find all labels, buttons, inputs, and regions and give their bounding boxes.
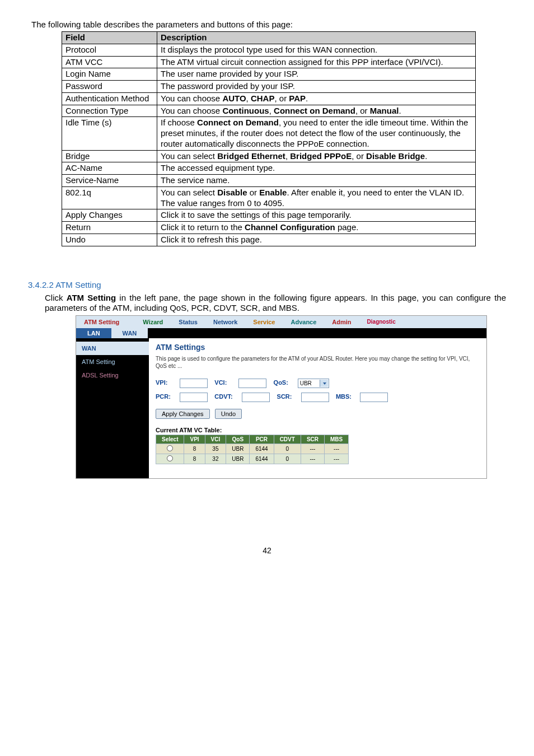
vc-th: SCR — [301, 435, 324, 444]
desc-cell: You can select Bridged Ethernet, Bridged… — [157, 150, 476, 162]
nav-item[interactable]: Service — [245, 319, 283, 325]
section-paragraph: Click ATM Setting in the left pane, the … — [45, 293, 506, 313]
desc-cell: The user name provided by your ISP. — [157, 68, 476, 81]
field-cell: Login Name — [62, 68, 157, 81]
vc-cell: --- — [301, 454, 324, 464]
desc-cell: You can choose Continuous, Connect on De… — [157, 105, 476, 117]
input-vci[interactable] — [238, 379, 266, 388]
field-cell: Undo — [62, 234, 157, 246]
vc-cell: UBR — [226, 444, 250, 454]
nav-item[interactable]: Diagnostic — [359, 319, 404, 325]
vc-cell: --- — [301, 444, 324, 454]
desc-cell: Click it to return to the Channel Config… — [157, 222, 476, 234]
vc-cell: UBR — [226, 454, 250, 464]
desc-cell: You can choose AUTO, CHAP, or PAP. — [157, 92, 476, 105]
vc-th: VCI — [205, 435, 226, 444]
vc-th: QoS — [226, 435, 250, 444]
field-cell: Authentication Method — [62, 92, 157, 105]
intro-text: The following table describes the parame… — [31, 20, 506, 29]
th-desc: Description — [157, 32, 476, 44]
panel-note: This page is used to configure the param… — [156, 355, 480, 370]
vc-table-title: Current ATM VC Table: — [156, 427, 480, 433]
page-number: 42 — [28, 546, 506, 555]
side-menu: WAN ATM Setting ADSL Setting — [76, 338, 149, 478]
vc-th: PCR — [250, 435, 274, 444]
field-cell: Service-Name — [62, 175, 157, 187]
vc-cell: --- — [325, 444, 349, 454]
desc-cell: The accessed equipment type. — [157, 162, 476, 175]
field-cell: Connection Type — [62, 105, 157, 117]
field-cell: ATM VCC — [62, 56, 157, 68]
field-cell: 802.1q — [62, 186, 157, 209]
sidebar-item-adsl-setting[interactable]: ADSL Setting — [76, 368, 149, 382]
vc-th: CDVT — [274, 435, 301, 444]
input-cdvt[interactable] — [242, 393, 270, 402]
vc-cell: 0 — [274, 444, 301, 454]
label-cdvt: CDVT: — [214, 393, 240, 400]
vc-cell: 8 — [184, 444, 205, 454]
field-cell: Password — [62, 81, 157, 93]
input-vpi[interactable] — [180, 379, 208, 388]
field-cell: Bridge — [62, 150, 157, 162]
vc-cell: 6144 — [250, 454, 274, 464]
label-vci: VCI: — [214, 379, 237, 386]
label-pcr: PCR: — [156, 393, 178, 400]
panel-title: ATM Settings — [156, 343, 480, 352]
sidebar-item-wan[interactable]: WAN — [76, 342, 149, 355]
field-cell: Return — [62, 222, 157, 234]
parameters-table: Field Description ProtocolIt displays th… — [62, 31, 476, 246]
desc-cell: Click it to refresh this page. — [157, 234, 476, 246]
vc-cell: --- — [325, 454, 349, 464]
vc-table: SelectVPIVCIQoSPCRCDVTSCRMBS 835UBR61440… — [156, 435, 349, 464]
vc-cell: 0 — [274, 454, 301, 464]
vc-cell: 8 — [184, 454, 205, 464]
vc-cell: 6144 — [250, 444, 274, 454]
vc-cell: 32 — [205, 454, 226, 464]
desc-cell: You can select Disable or Enable. After … — [157, 186, 476, 209]
sub-tabs: LAN WAN — [76, 328, 486, 338]
select-qos[interactable]: UBR — [298, 379, 329, 388]
label-qos: QoS: — [274, 379, 296, 386]
nav-item[interactable]: Wizard — [135, 319, 171, 325]
select-radio[interactable] — [167, 445, 173, 451]
tab-wan[interactable]: WAN — [111, 328, 148, 338]
vc-th: Select — [156, 435, 184, 444]
desc-cell: The service name. — [157, 175, 476, 187]
vc-th: MBS — [325, 435, 349, 444]
nav-item: ATM Setting — [76, 319, 135, 325]
label-mbs: MBS: — [336, 393, 358, 400]
nav-item[interactable]: Advance — [283, 319, 325, 325]
vc-cell: 35 — [205, 444, 226, 454]
field-cell: Protocol — [62, 44, 157, 56]
desc-cell: The ATM virtual circuit connection assig… — [157, 56, 476, 68]
input-mbs[interactable] — [360, 393, 388, 402]
apply-changes-button[interactable]: Apply Changes — [156, 409, 210, 419]
input-scr[interactable] — [301, 393, 329, 402]
desc-cell: Click it to save the settings of this pa… — [157, 209, 476, 222]
top-nav: ATM SettingWizardStatusNetworkServiceAdv… — [76, 316, 486, 328]
atm-setting-screenshot: ATM SettingWizardStatusNetworkServiceAdv… — [76, 315, 487, 479]
label-vpi: VPI: — [156, 379, 178, 386]
field-cell: AC-Name — [62, 162, 157, 175]
nav-item[interactable]: Admin — [324, 319, 359, 325]
desc-cell: If choose Connect on Demand, you need to… — [157, 117, 476, 150]
sidebar-item-atm-setting[interactable]: ATM Setting — [76, 355, 149, 368]
desc-cell: It displays the protocol type used for t… — [157, 44, 476, 56]
desc-cell: The password provided by your ISP. — [157, 81, 476, 93]
select-radio[interactable] — [167, 455, 173, 461]
th-field: Field — [62, 32, 157, 44]
label-scr: SCR: — [277, 393, 299, 400]
input-pcr[interactable] — [180, 393, 208, 402]
section-heading: 3.4.2.2 ATM Setting — [28, 280, 506, 290]
vc-th: VPI — [184, 435, 205, 444]
main-panel: ATM Settings This page is used to config… — [149, 338, 486, 478]
undo-button[interactable]: Undo — [215, 409, 242, 419]
field-cell: Idle Time (s) — [62, 117, 157, 150]
nav-item[interactable]: Status — [171, 319, 205, 325]
tab-lan[interactable]: LAN — [76, 328, 111, 338]
field-cell: Apply Changes — [62, 209, 157, 222]
nav-item[interactable]: Network — [205, 319, 245, 325]
